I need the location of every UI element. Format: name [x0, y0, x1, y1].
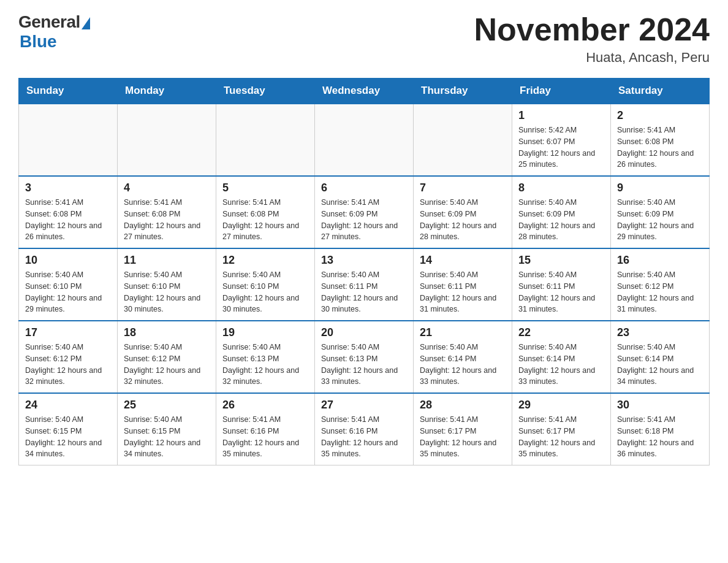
day-number: 17: [25, 326, 111, 339]
calendar-cell: 17Sunrise: 5:40 AM Sunset: 6:12 PM Dayli…: [19, 321, 118, 393]
calendar-cell: 11Sunrise: 5:40 AM Sunset: 6:10 PM Dayli…: [118, 248, 216, 321]
day-info: Sunrise: 5:40 AM Sunset: 6:10 PM Dayligh…: [222, 269, 308, 315]
day-number: 30: [617, 399, 703, 412]
logo: General Blue: [18, 12, 90, 52]
day-number: 18: [124, 326, 210, 339]
day-number: 10: [25, 254, 111, 267]
day-number: 2: [617, 109, 703, 122]
day-number: 26: [222, 399, 308, 412]
day-info: Sunrise: 5:41 AM Sunset: 6:08 PM Dayligh…: [25, 197, 111, 243]
calendar-cell: [118, 104, 216, 176]
calendar-cell: [19, 104, 118, 176]
calendar-cell: [216, 104, 315, 176]
day-number: 16: [617, 254, 703, 267]
day-info: Sunrise: 5:40 AM Sunset: 6:11 PM Dayligh…: [518, 269, 604, 315]
calendar-cell: 19Sunrise: 5:40 AM Sunset: 6:13 PM Dayli…: [216, 321, 315, 393]
calendar-header-row: SundayMondayTuesdayWednesdayThursdayFrid…: [19, 79, 710, 104]
day-info: Sunrise: 5:40 AM Sunset: 6:11 PM Dayligh…: [321, 269, 407, 315]
day-number: 4: [124, 182, 210, 194]
day-info: Sunrise: 5:40 AM Sunset: 6:13 PM Dayligh…: [321, 342, 407, 388]
location-title: Huata, Ancash, Peru: [474, 50, 710, 66]
calendar-cell: 29Sunrise: 5:41 AM Sunset: 6:17 PM Dayli…: [512, 393, 611, 465]
day-info: Sunrise: 5:40 AM Sunset: 6:15 PM Dayligh…: [124, 414, 210, 460]
logo-triangle-icon: [82, 17, 90, 29]
day-info: Sunrise: 5:40 AM Sunset: 6:12 PM Dayligh…: [25, 342, 111, 388]
day-number: 5: [222, 182, 308, 194]
day-of-week-header: Wednesday: [315, 79, 414, 104]
calendar-cell: 2Sunrise: 5:41 AM Sunset: 6:08 PM Daylig…: [611, 104, 710, 176]
day-info: Sunrise: 5:40 AM Sunset: 6:09 PM Dayligh…: [617, 197, 703, 243]
calendar-cell: 15Sunrise: 5:40 AM Sunset: 6:11 PM Dayli…: [512, 248, 611, 321]
calendar-cell: 8Sunrise: 5:40 AM Sunset: 6:09 PM Daylig…: [512, 176, 611, 248]
day-number: 11: [124, 254, 210, 267]
day-info: Sunrise: 5:40 AM Sunset: 6:14 PM Dayligh…: [617, 342, 703, 388]
calendar-cell: 20Sunrise: 5:40 AM Sunset: 6:13 PM Dayli…: [315, 321, 414, 393]
calendar-cell: 9Sunrise: 5:40 AM Sunset: 6:09 PM Daylig…: [611, 176, 710, 248]
day-info: Sunrise: 5:40 AM Sunset: 6:15 PM Dayligh…: [25, 414, 111, 460]
day-info: Sunrise: 5:41 AM Sunset: 6:17 PM Dayligh…: [518, 414, 604, 460]
day-info: Sunrise: 5:41 AM Sunset: 6:16 PM Dayligh…: [222, 414, 308, 460]
calendar-cell: 7Sunrise: 5:40 AM Sunset: 6:09 PM Daylig…: [414, 176, 512, 248]
page-header: General Blue November 2024 Huata, Ancash…: [18, 12, 710, 66]
day-info: Sunrise: 5:40 AM Sunset: 6:10 PM Dayligh…: [124, 269, 210, 315]
calendar-cell: 14Sunrise: 5:40 AM Sunset: 6:11 PM Dayli…: [414, 248, 512, 321]
day-of-week-header: Sunday: [19, 79, 118, 104]
day-info: Sunrise: 5:40 AM Sunset: 6:09 PM Dayligh…: [518, 197, 604, 243]
logo-general-text: General: [18, 12, 80, 32]
day-number: 3: [25, 182, 111, 194]
calendar-cell: [315, 104, 414, 176]
calendar-cell: 26Sunrise: 5:41 AM Sunset: 6:16 PM Dayli…: [216, 393, 315, 465]
calendar-cell: 1Sunrise: 5:42 AM Sunset: 6:07 PM Daylig…: [512, 104, 611, 176]
calendar-week-row: 3Sunrise: 5:41 AM Sunset: 6:08 PM Daylig…: [19, 176, 710, 248]
day-info: Sunrise: 5:40 AM Sunset: 6:10 PM Dayligh…: [25, 269, 111, 315]
calendar-cell: 5Sunrise: 5:41 AM Sunset: 6:08 PM Daylig…: [216, 176, 315, 248]
calendar-cell: 18Sunrise: 5:40 AM Sunset: 6:12 PM Dayli…: [118, 321, 216, 393]
day-info: Sunrise: 5:40 AM Sunset: 6:12 PM Dayligh…: [617, 269, 703, 315]
day-number: 8: [518, 182, 604, 194]
day-number: 13: [321, 254, 407, 267]
calendar-week-row: 10Sunrise: 5:40 AM Sunset: 6:10 PM Dayli…: [19, 248, 710, 321]
day-number: 20: [321, 326, 407, 339]
day-info: Sunrise: 5:40 AM Sunset: 6:14 PM Dayligh…: [420, 342, 506, 388]
day-number: 29: [518, 399, 604, 412]
day-number: 6: [321, 182, 407, 194]
day-info: Sunrise: 5:42 AM Sunset: 6:07 PM Dayligh…: [518, 124, 604, 170]
day-info: Sunrise: 5:41 AM Sunset: 6:18 PM Dayligh…: [617, 414, 703, 460]
day-of-week-header: Friday: [512, 79, 611, 104]
day-number: 15: [518, 254, 604, 267]
calendar-cell: 4Sunrise: 5:41 AM Sunset: 6:08 PM Daylig…: [118, 176, 216, 248]
calendar-cell: 10Sunrise: 5:40 AM Sunset: 6:10 PM Dayli…: [19, 248, 118, 321]
day-info: Sunrise: 5:40 AM Sunset: 6:14 PM Dayligh…: [518, 342, 604, 388]
day-info: Sunrise: 5:41 AM Sunset: 6:08 PM Dayligh…: [617, 124, 703, 170]
day-info: Sunrise: 5:40 AM Sunset: 6:12 PM Dayligh…: [124, 342, 210, 388]
day-number: 9: [617, 182, 703, 194]
day-number: 22: [518, 326, 604, 339]
month-title: November 2024: [474, 12, 710, 47]
day-info: Sunrise: 5:41 AM Sunset: 6:16 PM Dayligh…: [321, 414, 407, 460]
day-number: 25: [124, 399, 210, 412]
day-number: 23: [617, 326, 703, 339]
day-info: Sunrise: 5:41 AM Sunset: 6:17 PM Dayligh…: [420, 414, 506, 460]
calendar-cell: [414, 104, 512, 176]
logo-blue-text: Blue: [20, 32, 57, 52]
calendar-cell: 12Sunrise: 5:40 AM Sunset: 6:10 PM Dayli…: [216, 248, 315, 321]
calendar-cell: 24Sunrise: 5:40 AM Sunset: 6:15 PM Dayli…: [19, 393, 118, 465]
day-number: 27: [321, 399, 407, 412]
day-number: 24: [25, 399, 111, 412]
day-info: Sunrise: 5:41 AM Sunset: 6:09 PM Dayligh…: [321, 197, 407, 243]
day-info: Sunrise: 5:41 AM Sunset: 6:08 PM Dayligh…: [124, 197, 210, 243]
day-of-week-header: Monday: [118, 79, 216, 104]
calendar-cell: 23Sunrise: 5:40 AM Sunset: 6:14 PM Dayli…: [611, 321, 710, 393]
calendar-cell: 22Sunrise: 5:40 AM Sunset: 6:14 PM Dayli…: [512, 321, 611, 393]
day-number: 7: [420, 182, 506, 194]
calendar-table: SundayMondayTuesdayWednesdayThursdayFrid…: [18, 78, 710, 465]
calendar-week-row: 24Sunrise: 5:40 AM Sunset: 6:15 PM Dayli…: [19, 393, 710, 465]
day-of-week-header: Saturday: [611, 79, 710, 104]
day-number: 28: [420, 399, 506, 412]
day-number: 14: [420, 254, 506, 267]
calendar-week-row: 1Sunrise: 5:42 AM Sunset: 6:07 PM Daylig…: [19, 104, 710, 176]
calendar-cell: 21Sunrise: 5:40 AM Sunset: 6:14 PM Dayli…: [414, 321, 512, 393]
calendar-week-row: 17Sunrise: 5:40 AM Sunset: 6:12 PM Dayli…: [19, 321, 710, 393]
day-info: Sunrise: 5:40 AM Sunset: 6:09 PM Dayligh…: [420, 197, 506, 243]
day-number: 21: [420, 326, 506, 339]
